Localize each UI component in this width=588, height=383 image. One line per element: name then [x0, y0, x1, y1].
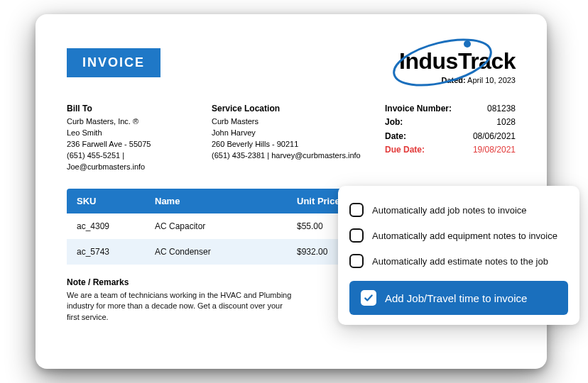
service-loc-block: Service Location Curb Masters John Harve… — [212, 103, 368, 173]
bill-to-name: Leo Smith — [67, 128, 195, 139]
meta-label: Job: — [385, 116, 403, 128]
svg-point-1 — [464, 40, 471, 48]
option-label: Automatically add equipment notes to inv… — [372, 231, 557, 241]
th-name: Name — [145, 189, 287, 213]
service-name: John Harvey — [212, 128, 368, 139]
bill-to-address: 236 Farwell Ave - 55075 — [67, 139, 195, 150]
svg-point-0 — [389, 38, 495, 87]
meta-invoice-number: Invoice Number: 081238 — [385, 103, 516, 115]
meta-job: Job: 1028 — [385, 116, 516, 128]
notes-body: We are a team of technicians working in … — [67, 290, 294, 323]
service-company: Curb Masters — [212, 116, 368, 128]
checkbox-icon[interactable] — [349, 203, 364, 217]
meta-value: 08/06/2021 — [473, 131, 516, 143]
meta-date: Date: 08/06/2021 — [385, 131, 516, 143]
bill-to-heading: Bill To — [67, 103, 195, 115]
meta-label: Invoice Number: — [385, 103, 452, 115]
option-label: Automatically add estimate notes to the … — [372, 256, 548, 267]
bill-to-block: Bill To Curb Masters, Inc. ® Leo Smith 2… — [67, 103, 195, 173]
option-equipment-notes[interactable]: Automatically add equipment notes to inv… — [349, 223, 568, 248]
cell-name: AC Capacitor — [145, 213, 287, 239]
checkbox-icon[interactable] — [349, 228, 364, 243]
cell-sku: ac_5743 — [67, 239, 145, 265]
notes-heading: Note / Remarks — [67, 277, 294, 287]
checkbox-icon[interactable] — [349, 254, 364, 268]
meta-value: 081238 — [487, 103, 516, 115]
cell-name: AC Condenser — [145, 239, 287, 265]
info-row: Bill To Curb Masters, Inc. ® Leo Smith 2… — [67, 103, 516, 173]
check-icon — [361, 290, 376, 306]
add-job-travel-button[interactable]: Add Job/Travel time to invoice — [349, 281, 568, 315]
cta-label: Add Job/Travel time to invoice — [385, 292, 527, 304]
cell-sku: ac_4309 — [67, 213, 145, 239]
bill-to-company: Curb Masters, Inc. ® — [67, 116, 195, 128]
meta-value: 1028 — [496, 116, 516, 128]
brand-ellipse-icon — [386, 38, 499, 87]
invoice-meta-block: Invoice Number: 081238 Job: 1028 Date: 0… — [385, 103, 516, 173]
service-contact: (651) 435-2381 | harvey@curbmasters.info — [212, 150, 368, 162]
header-row: INVOICE IndusTrack Dated: April 10, 2023 — [67, 48, 516, 84]
bill-to-contact: (651) 455-5251 | Joe@curbmasters.info — [67, 150, 195, 173]
meta-value: 19/08/2021 — [473, 144, 516, 156]
meta-label: Due Date: — [385, 144, 425, 156]
options-panel: Automatically add job notes to invoice A… — [338, 186, 579, 325]
option-job-notes[interactable]: Automatically add job notes to invoice — [349, 197, 568, 223]
service-heading: Service Location — [212, 103, 368, 115]
brand-block: IndusTrack Dated: April 10, 2023 — [399, 48, 516, 84]
notes-block: Note / Remarks We are a team of technici… — [67, 277, 294, 323]
option-estimate-notes[interactable]: Automatically add estimate notes to the … — [349, 248, 568, 274]
invoice-badge: INVOICE — [67, 48, 160, 77]
th-sku: SKU — [67, 189, 145, 213]
meta-label: Date: — [385, 131, 406, 143]
service-address: 260 Beverly Hills - 90211 — [212, 139, 368, 150]
option-label: Automatically add job notes to invoice — [372, 205, 527, 216]
meta-due-date: Due Date: 19/08/2021 — [385, 144, 516, 156]
